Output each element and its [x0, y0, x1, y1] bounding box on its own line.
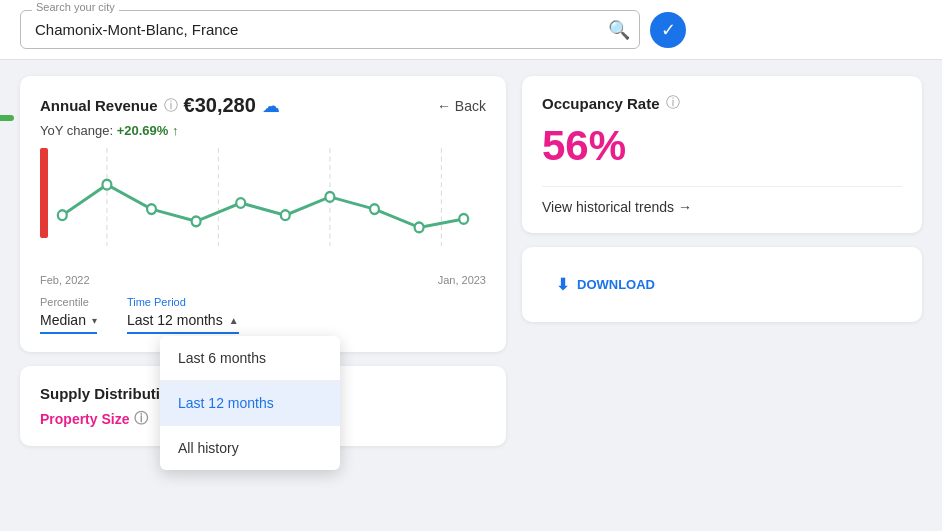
svg-point-10 — [325, 192, 334, 202]
accent-bar — [0, 115, 14, 121]
dropdown-item-last-6-months[interactable]: Last 6 months — [160, 336, 340, 380]
occupancy-info-icon[interactable]: ⓘ — [666, 94, 680, 112]
percentile-chevron-icon: ▾ — [92, 315, 97, 326]
time-period-dropdown: Last 6 months Last 12 months All history — [160, 336, 340, 470]
annual-revenue-title: Annual Revenue — [40, 97, 158, 114]
view-trends-label: View historical trends → — [542, 199, 692, 215]
search-input[interactable] — [20, 10, 640, 49]
view-trends-link[interactable]: View historical trends → — [542, 186, 902, 215]
red-bar-indicator — [40, 148, 48, 238]
right-panel: Occupancy Rate ⓘ 56% View historical tre… — [522, 76, 922, 518]
annual-title-group: Annual Revenue ⓘ €30,280 ☁ — [40, 94, 280, 117]
occupancy-rate-card: Occupancy Rate ⓘ 56% View historical tre… — [522, 76, 922, 233]
time-period-chevron-icon: ▲ — [229, 315, 239, 326]
cloud-upload-icon[interactable]: ☁ — [262, 95, 280, 117]
yoy-change: YoY change: +20.69% ↑ — [40, 123, 486, 138]
svg-point-7 — [192, 216, 201, 226]
percentile-select[interactable]: Median ▾ — [40, 312, 97, 334]
time-period-group: Time Period Last 12 months ▲ — [127, 296, 239, 334]
annual-revenue-info-icon[interactable]: ⓘ — [164, 97, 178, 115]
svg-point-9 — [281, 210, 290, 220]
time-period-label: Time Period — [127, 296, 239, 308]
time-period-select[interactable]: Last 12 months ▲ — [127, 312, 239, 334]
download-icon: ⬇ — [556, 275, 569, 294]
search-icon: 🔍 — [608, 20, 630, 40]
yoy-label: YoY change: — [40, 123, 113, 138]
header: Search your city 🔍 ✓ — [0, 0, 942, 60]
revenue-chart — [40, 148, 486, 258]
chart-container — [40, 148, 486, 268]
chart-date-end: Jan, 2023 — [438, 274, 486, 286]
back-button[interactable]: ← Back — [437, 98, 486, 114]
svg-point-13 — [459, 214, 468, 224]
percentile-group: Percentile Median ▾ — [40, 296, 97, 334]
svg-point-5 — [102, 180, 111, 190]
time-period-value: Last 12 months — [127, 312, 223, 328]
occupancy-value: 56% — [542, 122, 902, 170]
dropdown-item-last-12-months[interactable]: Last 12 months — [160, 381, 340, 425]
download-button[interactable]: ⬇ DOWNLOAD — [542, 265, 669, 304]
supply-title: Supply Distribution — [40, 385, 178, 402]
property-size-text: Property Size — [40, 411, 129, 427]
property-size-info-icon[interactable]: ⓘ — [134, 410, 148, 428]
svg-point-6 — [147, 204, 156, 214]
back-label: ← Back — [437, 98, 486, 114]
annual-header: Annual Revenue ⓘ €30,280 ☁ ← Back — [40, 94, 486, 117]
download-card: ⬇ DOWNLOAD — [522, 247, 922, 322]
occupancy-title: Occupancy Rate — [542, 95, 660, 112]
left-panel: Annual Revenue ⓘ €30,280 ☁ ← Back YoY ch… — [20, 76, 506, 518]
chart-date-start: Feb, 2022 — [40, 274, 90, 286]
chart-dates: Feb, 2022 Jan, 2023 — [40, 274, 486, 286]
percentile-value: Median — [40, 312, 86, 328]
main-content: Annual Revenue ⓘ €30,280 ☁ ← Back YoY ch… — [0, 60, 942, 531]
svg-point-8 — [236, 198, 245, 208]
svg-point-4 — [58, 210, 67, 220]
search-button[interactable]: 🔍 — [608, 19, 630, 41]
svg-point-11 — [370, 204, 379, 214]
verified-badge: ✓ — [650, 12, 686, 48]
dropdown-item-all-history[interactable]: All history — [160, 426, 340, 470]
download-label: DOWNLOAD — [577, 277, 655, 292]
occupancy-header: Occupancy Rate ⓘ — [542, 94, 902, 112]
controls-row: Percentile Median ▾ Time Period Last 12 … — [40, 296, 486, 334]
annual-revenue-value: €30,280 — [184, 94, 256, 117]
search-label: Search your city — [32, 1, 119, 13]
verified-icon: ✓ — [661, 19, 676, 41]
search-wrapper: Search your city 🔍 — [20, 10, 640, 49]
percentile-label: Percentile — [40, 296, 97, 308]
svg-point-12 — [415, 223, 424, 233]
yoy-value: +20.69% ↑ — [117, 123, 179, 138]
annual-revenue-card: Annual Revenue ⓘ €30,280 ☁ ← Back YoY ch… — [20, 76, 506, 352]
